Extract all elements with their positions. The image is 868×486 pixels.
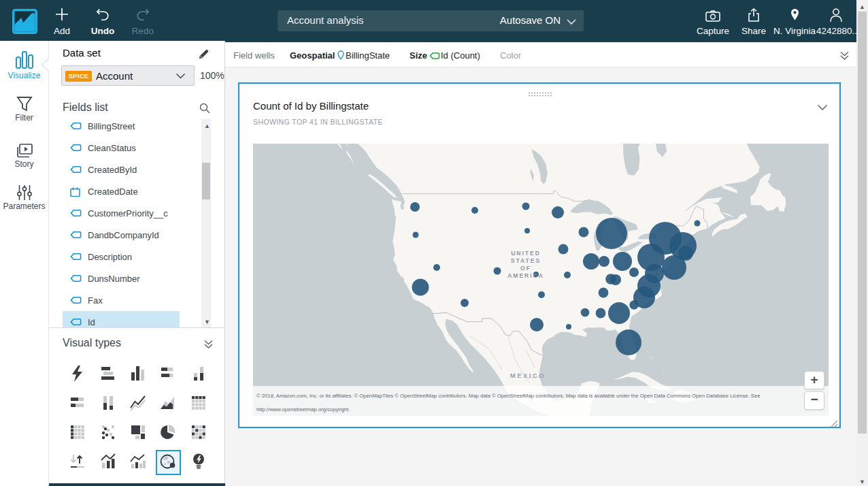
svg-text:© 2018, Amazon.com, Inc. or it: © 2018, Amazon.com, Inc. or its affiliat… xyxy=(256,393,761,399)
svg-text:AMERICA: AMERICA xyxy=(507,272,544,279)
svg-text:MEXICO: MEXICO xyxy=(510,372,546,379)
svg-text:OF: OF xyxy=(520,265,531,272)
svg-text:UNITED: UNITED xyxy=(511,250,541,257)
svg-text:STATES: STATES xyxy=(511,257,541,264)
svg-text:http://www.openstreetmap.org/c: http://www.openstreetmap.org/copyright. xyxy=(256,406,350,412)
